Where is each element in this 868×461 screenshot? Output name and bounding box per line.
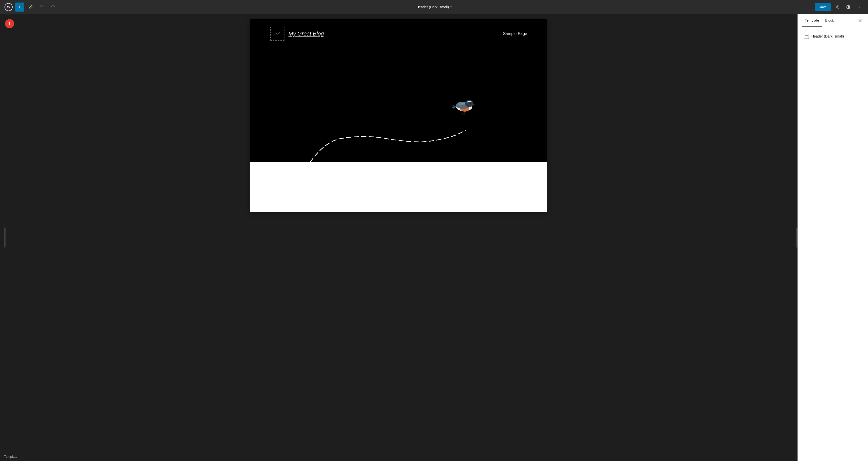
editor-frame: My Great Blog Sample Page bbox=[250, 19, 547, 212]
white-section bbox=[250, 162, 547, 212]
header-title-text: Header (Dark, small) bbox=[416, 5, 449, 9]
panel-close-button[interactable]: ✕ bbox=[856, 17, 864, 25]
template-icon-inner bbox=[805, 35, 808, 37]
save-button[interactable]: Save bbox=[815, 3, 831, 11]
chevron-down-icon: ▾ bbox=[451, 5, 452, 8]
edit-mode-button[interactable] bbox=[26, 2, 35, 11]
svg-point-5 bbox=[837, 6, 838, 8]
svg-line-17 bbox=[461, 114, 462, 114]
topbar-right: Save bbox=[815, 2, 864, 11]
tab-block[interactable]: Block bbox=[822, 15, 837, 27]
more-options-button[interactable] bbox=[855, 2, 864, 11]
wp-logo[interactable]: W bbox=[4, 2, 13, 11]
bottombar-label: Template bbox=[4, 455, 18, 459]
svg-point-8 bbox=[859, 6, 860, 7]
list-view-button[interactable] bbox=[59, 2, 68, 11]
panel-header: Template Block ✕ bbox=[798, 14, 868, 27]
site-logo-placeholder[interactable] bbox=[270, 27, 284, 41]
svg-point-14 bbox=[470, 103, 471, 104]
tab-template[interactable]: Template bbox=[802, 15, 822, 27]
site-title[interactable]: My Great Blog bbox=[288, 30, 324, 37]
add-block-button[interactable]: + bbox=[15, 2, 24, 11]
site-identity: My Great Blog bbox=[270, 27, 324, 41]
nav-sample-page[interactable]: Sample Page bbox=[503, 31, 527, 36]
svg-line-21 bbox=[463, 114, 464, 114]
hero-arc-svg bbox=[250, 48, 547, 162]
right-panel: Template Block ✕ Header (Dark, small) bbox=[798, 14, 868, 461]
main-layout: 1 My Great Blog bbox=[0, 14, 868, 461]
header-block: My Great Blog Sample Page bbox=[250, 19, 547, 48]
template-item-icon bbox=[804, 34, 809, 39]
redo-button[interactable] bbox=[48, 2, 57, 11]
svg-text:W: W bbox=[7, 5, 10, 9]
canvas-area: 1 My Great Blog bbox=[0, 14, 798, 461]
topbar-left: W + bbox=[4, 2, 68, 11]
settings-button[interactable] bbox=[833, 2, 842, 11]
template-item-header[interactable]: Header (Dark, small) bbox=[802, 31, 864, 41]
header-title-dropdown[interactable]: Header (Dark, small) ▾ bbox=[414, 3, 454, 10]
canvas-scroll[interactable]: My Great Blog Sample Page bbox=[0, 14, 798, 452]
nav-menu: Sample Page bbox=[503, 31, 527, 36]
bottombar: Template bbox=[0, 452, 798, 461]
theme-toggle-button[interactable] bbox=[844, 2, 853, 11]
svg-point-9 bbox=[861, 6, 862, 7]
svg-point-7 bbox=[858, 6, 859, 7]
svg-line-23 bbox=[464, 114, 466, 114]
hero-block bbox=[250, 48, 547, 162]
panel-content: Header (Dark, small) bbox=[798, 27, 868, 461]
topbar: W + bbox=[0, 0, 868, 14]
svg-point-15 bbox=[470, 103, 471, 103]
undo-button[interactable] bbox=[37, 2, 46, 11]
template-item-label: Header (Dark, small) bbox=[811, 34, 844, 38]
topbar-center: Header (Dark, small) ▾ bbox=[414, 3, 454, 10]
bird-illustration bbox=[446, 91, 482, 119]
step-badge: 1 bbox=[5, 19, 14, 28]
